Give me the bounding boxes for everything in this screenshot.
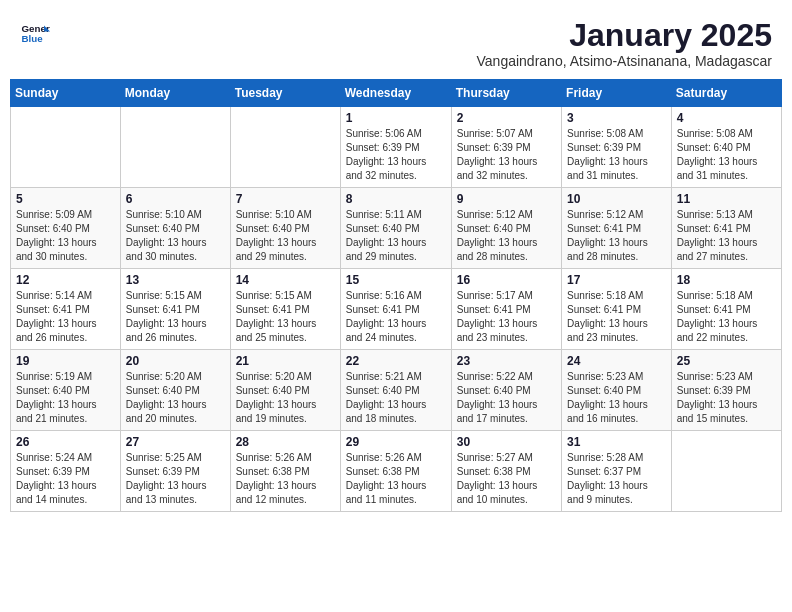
day-number: 27 [126,435,225,449]
day-info: Sunrise: 5:17 AM Sunset: 6:41 PM Dayligh… [457,289,556,345]
day-info: Sunrise: 5:18 AM Sunset: 6:41 PM Dayligh… [567,289,666,345]
calendar-cell: 13Sunrise: 5:15 AM Sunset: 6:41 PM Dayli… [120,269,230,350]
day-number: 31 [567,435,666,449]
logo: General Blue [20,18,50,48]
day-info: Sunrise: 5:14 AM Sunset: 6:41 PM Dayligh… [16,289,115,345]
weekday-header-friday: Friday [562,80,672,107]
day-number: 20 [126,354,225,368]
calendar-cell [671,431,781,512]
day-number: 23 [457,354,556,368]
weekday-header-tuesday: Tuesday [230,80,340,107]
calendar-cell: 1Sunrise: 5:06 AM Sunset: 6:39 PM Daylig… [340,107,451,188]
day-info: Sunrise: 5:10 AM Sunset: 6:40 PM Dayligh… [126,208,225,264]
day-info: Sunrise: 5:23 AM Sunset: 6:39 PM Dayligh… [677,370,776,426]
weekday-header-sunday: Sunday [11,80,121,107]
day-info: Sunrise: 5:15 AM Sunset: 6:41 PM Dayligh… [236,289,335,345]
day-number: 9 [457,192,556,206]
calendar-cell: 20Sunrise: 5:20 AM Sunset: 6:40 PM Dayli… [120,350,230,431]
day-number: 15 [346,273,446,287]
calendar-cell: 2Sunrise: 5:07 AM Sunset: 6:39 PM Daylig… [451,107,561,188]
day-number: 2 [457,111,556,125]
calendar-cell [120,107,230,188]
day-number: 29 [346,435,446,449]
calendar-cell: 6Sunrise: 5:10 AM Sunset: 6:40 PM Daylig… [120,188,230,269]
calendar-cell: 17Sunrise: 5:18 AM Sunset: 6:41 PM Dayli… [562,269,672,350]
day-number: 12 [16,273,115,287]
calendar-cell: 8Sunrise: 5:11 AM Sunset: 6:40 PM Daylig… [340,188,451,269]
calendar-cell: 7Sunrise: 5:10 AM Sunset: 6:40 PM Daylig… [230,188,340,269]
calendar-cell: 23Sunrise: 5:22 AM Sunset: 6:40 PM Dayli… [451,350,561,431]
day-number: 24 [567,354,666,368]
calendar-cell: 22Sunrise: 5:21 AM Sunset: 6:40 PM Dayli… [340,350,451,431]
day-info: Sunrise: 5:28 AM Sunset: 6:37 PM Dayligh… [567,451,666,507]
calendar-cell: 18Sunrise: 5:18 AM Sunset: 6:41 PM Dayli… [671,269,781,350]
day-number: 3 [567,111,666,125]
day-info: Sunrise: 5:06 AM Sunset: 6:39 PM Dayligh… [346,127,446,183]
day-number: 21 [236,354,335,368]
day-info: Sunrise: 5:16 AM Sunset: 6:41 PM Dayligh… [346,289,446,345]
calendar-cell: 24Sunrise: 5:23 AM Sunset: 6:40 PM Dayli… [562,350,672,431]
calendar-cell: 14Sunrise: 5:15 AM Sunset: 6:41 PM Dayli… [230,269,340,350]
day-number: 6 [126,192,225,206]
day-number: 30 [457,435,556,449]
day-info: Sunrise: 5:26 AM Sunset: 6:38 PM Dayligh… [236,451,335,507]
day-number: 11 [677,192,776,206]
calendar-cell: 30Sunrise: 5:27 AM Sunset: 6:38 PM Dayli… [451,431,561,512]
day-info: Sunrise: 5:12 AM Sunset: 6:40 PM Dayligh… [457,208,556,264]
calendar-cell [11,107,121,188]
calendar-week-3: 12Sunrise: 5:14 AM Sunset: 6:41 PM Dayli… [11,269,782,350]
day-info: Sunrise: 5:20 AM Sunset: 6:40 PM Dayligh… [236,370,335,426]
day-number: 18 [677,273,776,287]
calendar-cell: 16Sunrise: 5:17 AM Sunset: 6:41 PM Dayli… [451,269,561,350]
day-number: 13 [126,273,225,287]
day-info: Sunrise: 5:27 AM Sunset: 6:38 PM Dayligh… [457,451,556,507]
svg-text:Blue: Blue [22,33,44,44]
calendar-cell: 26Sunrise: 5:24 AM Sunset: 6:39 PM Dayli… [11,431,121,512]
page-subtitle: Vangaindrano, Atsimo-Atsinanana, Madagas… [477,53,772,69]
calendar-cell: 28Sunrise: 5:26 AM Sunset: 6:38 PM Dayli… [230,431,340,512]
day-number: 19 [16,354,115,368]
day-info: Sunrise: 5:23 AM Sunset: 6:40 PM Dayligh… [567,370,666,426]
calendar-week-2: 5Sunrise: 5:09 AM Sunset: 6:40 PM Daylig… [11,188,782,269]
title-block: January 2025 Vangaindrano, Atsimo-Atsina… [477,18,772,69]
calendar-cell: 27Sunrise: 5:25 AM Sunset: 6:39 PM Dayli… [120,431,230,512]
calendar-cell: 5Sunrise: 5:09 AM Sunset: 6:40 PM Daylig… [11,188,121,269]
day-number: 5 [16,192,115,206]
calendar-week-4: 19Sunrise: 5:19 AM Sunset: 6:40 PM Dayli… [11,350,782,431]
calendar-table: SundayMondayTuesdayWednesdayThursdayFrid… [10,79,782,512]
calendar-cell: 29Sunrise: 5:26 AM Sunset: 6:38 PM Dayli… [340,431,451,512]
day-info: Sunrise: 5:25 AM Sunset: 6:39 PM Dayligh… [126,451,225,507]
page-header: General Blue January 2025 Vangaindrano, … [10,10,782,73]
calendar-week-1: 1Sunrise: 5:06 AM Sunset: 6:39 PM Daylig… [11,107,782,188]
day-info: Sunrise: 5:15 AM Sunset: 6:41 PM Dayligh… [126,289,225,345]
day-info: Sunrise: 5:24 AM Sunset: 6:39 PM Dayligh… [16,451,115,507]
calendar-cell: 12Sunrise: 5:14 AM Sunset: 6:41 PM Dayli… [11,269,121,350]
day-number: 26 [16,435,115,449]
day-number: 16 [457,273,556,287]
weekday-header-row: SundayMondayTuesdayWednesdayThursdayFrid… [11,80,782,107]
day-info: Sunrise: 5:10 AM Sunset: 6:40 PM Dayligh… [236,208,335,264]
weekday-header-thursday: Thursday [451,80,561,107]
calendar-cell [230,107,340,188]
day-info: Sunrise: 5:08 AM Sunset: 6:40 PM Dayligh… [677,127,776,183]
day-info: Sunrise: 5:08 AM Sunset: 6:39 PM Dayligh… [567,127,666,183]
day-number: 22 [346,354,446,368]
calendar-cell: 3Sunrise: 5:08 AM Sunset: 6:39 PM Daylig… [562,107,672,188]
calendar-cell: 19Sunrise: 5:19 AM Sunset: 6:40 PM Dayli… [11,350,121,431]
day-info: Sunrise: 5:26 AM Sunset: 6:38 PM Dayligh… [346,451,446,507]
logo-icon: General Blue [20,18,50,48]
day-info: Sunrise: 5:11 AM Sunset: 6:40 PM Dayligh… [346,208,446,264]
day-number: 4 [677,111,776,125]
day-number: 14 [236,273,335,287]
day-number: 25 [677,354,776,368]
day-info: Sunrise: 5:18 AM Sunset: 6:41 PM Dayligh… [677,289,776,345]
day-info: Sunrise: 5:12 AM Sunset: 6:41 PM Dayligh… [567,208,666,264]
page-title: January 2025 [477,18,772,53]
calendar-cell: 15Sunrise: 5:16 AM Sunset: 6:41 PM Dayli… [340,269,451,350]
weekday-header-monday: Monday [120,80,230,107]
calendar-cell: 11Sunrise: 5:13 AM Sunset: 6:41 PM Dayli… [671,188,781,269]
day-number: 10 [567,192,666,206]
day-info: Sunrise: 5:21 AM Sunset: 6:40 PM Dayligh… [346,370,446,426]
calendar-cell: 25Sunrise: 5:23 AM Sunset: 6:39 PM Dayli… [671,350,781,431]
day-number: 1 [346,111,446,125]
